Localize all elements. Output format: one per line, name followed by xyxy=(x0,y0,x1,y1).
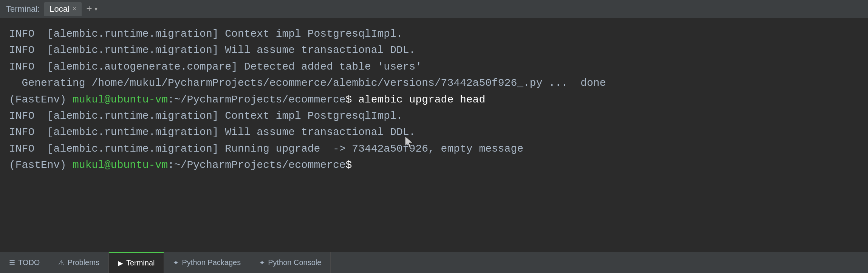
toolbar-terminal-label: Terminal xyxy=(126,259,155,267)
terminal-text: INFO [alembic.runtime.migration] Context… xyxy=(9,110,403,122)
terminal-text: Generating /home/mukul/PycharmProjects/e… xyxy=(9,77,606,89)
terminal-text: INFO [alembic.runtime.migration] Context… xyxy=(9,28,403,40)
terminal-label: Terminal: xyxy=(6,4,40,14)
toolbar-item-problems[interactable]: ⚠ Problems xyxy=(49,252,108,273)
toolbar-python-console-label: Python Console xyxy=(268,258,321,267)
prompt-path: :~/PycharmProjects/ecommerce xyxy=(168,94,345,105)
terminal-text: INFO [alembic.autogenerate.compare] Dete… xyxy=(9,61,422,73)
terminal-line: INFO [alembic.runtime.migration] Running… xyxy=(9,141,859,157)
terminal-icon: ▶ xyxy=(118,259,123,267)
list-icon: ☰ xyxy=(9,259,15,267)
prompt-user-host: mukul@ubuntu-vm xyxy=(73,159,168,171)
terminal-line: INFO [alembic.runtime.migration] Context… xyxy=(9,26,859,42)
package-icon: ✦ xyxy=(173,259,179,267)
terminal-command: alembic upgrade head xyxy=(358,94,485,105)
toolbar-item-python-packages[interactable]: ✦ Python Packages xyxy=(164,252,250,273)
tab-dropdown-icon[interactable]: ▾ xyxy=(94,4,98,14)
terminal-text: INFO [alembic.runtime.migration] Will as… xyxy=(9,44,415,56)
terminal-text: INFO [alembic.runtime.migration] Running… xyxy=(9,143,523,155)
terminal-line: INFO [alembic.runtime.migration] Will as… xyxy=(9,124,859,140)
toolbar-item-terminal[interactable]: ▶ Terminal xyxy=(109,252,164,273)
prompt-dollar: $ xyxy=(346,159,352,171)
tab-local-label: Local xyxy=(50,4,70,14)
bottom-toolbar: ☰ TODO ⚠ Problems ▶ Terminal ✦ Python Pa… xyxy=(0,252,868,273)
prompt-path: :~/PycharmProjects/ecommerce xyxy=(168,159,345,171)
terminal-prompt-empty-line: (FastEnv) mukul@ubuntu-vm:~/PycharmProje… xyxy=(9,157,859,173)
terminal-content: INFO [alembic.runtime.migration] Context… xyxy=(0,18,868,252)
tab-bar: Terminal: Local × + ▾ xyxy=(0,0,868,18)
terminal-prompt-line: (FastEnv) mukul@ubuntu-vm:~/PycharmProje… xyxy=(9,92,859,108)
toolbar-problems-label: Problems xyxy=(67,258,99,267)
prompt-prefix: (FastEnv) xyxy=(9,159,73,171)
terminal-line: Generating /home/mukul/PycharmProjects/e… xyxy=(9,75,859,91)
toolbar-item-todo[interactable]: ☰ TODO xyxy=(0,252,49,273)
terminal-line: INFO [alembic.runtime.migration] Context… xyxy=(9,108,859,124)
toolbar-todo-label: TODO xyxy=(18,258,40,267)
toolbar-item-python-console[interactable]: ✦ Python Console xyxy=(250,252,331,273)
console-icon: ✦ xyxy=(259,259,265,267)
prompt-user-host: mukul@ubuntu-vm xyxy=(73,94,168,105)
toolbar-python-packages-label: Python Packages xyxy=(182,258,241,267)
tab-local[interactable]: Local × xyxy=(44,2,82,16)
terminal-line: INFO [alembic.autogenerate.compare] Dete… xyxy=(9,59,859,75)
terminal-text: INFO [alembic.runtime.migration] Will as… xyxy=(9,126,415,138)
tab-close-icon[interactable]: × xyxy=(73,5,77,13)
prompt-dollar: $ xyxy=(346,94,359,105)
tab-add-button[interactable]: + xyxy=(86,3,92,15)
warning-icon: ⚠ xyxy=(58,259,64,267)
terminal-line: INFO [alembic.runtime.migration] Will as… xyxy=(9,42,859,58)
prompt-prefix: (FastEnv) xyxy=(9,94,73,105)
